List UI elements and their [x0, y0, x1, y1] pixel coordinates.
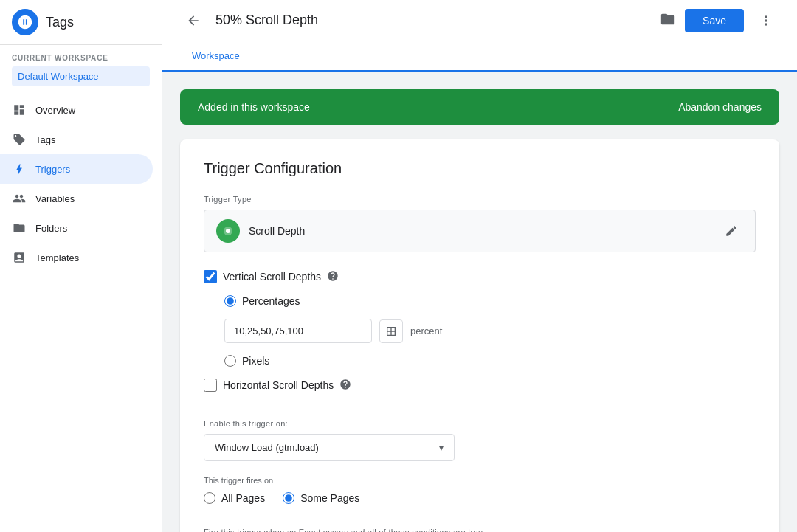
- vertical-scroll-depths-help-icon[interactable]: [327, 270, 340, 283]
- pixels-block: Pixels: [224, 355, 756, 367]
- page-title: 50% Scroll Depth: [215, 13, 651, 28]
- pixels-radio[interactable]: [224, 355, 236, 367]
- back-button[interactable]: [180, 7, 207, 34]
- sidebar: Tags CURRENT WORKSPACE Default Workspace…: [0, 0, 162, 532]
- trigger-type-icon: [216, 219, 240, 243]
- enable-trigger-value: Window Load (gtm.load): [215, 442, 319, 453]
- workspace-name[interactable]: Default Workspace: [12, 66, 150, 86]
- sidebar-item-tags[interactable]: Tags: [0, 125, 153, 154]
- logo-icon: [12, 9, 38, 35]
- some-pages-row: Some Pages: [283, 492, 359, 504]
- trigger-type-label: Trigger Type: [204, 195, 756, 204]
- triggers-icon: [12, 162, 27, 176]
- sidebar-logo: Tags: [0, 0, 162, 45]
- trigger-type-name: Scroll Depth: [249, 225, 720, 237]
- some-pages-label: Some Pages: [300, 492, 359, 504]
- save-button[interactable]: Save: [685, 9, 744, 32]
- sidebar-item-templates[interactable]: Templates: [0, 243, 153, 272]
- enable-trigger-dropdown[interactable]: Window Load (gtm.load) ▾: [204, 434, 455, 461]
- divider: [204, 404, 756, 404]
- sidebar-item-folders-label: Folders: [35, 223, 67, 234]
- main: 50% Scroll Depth Save Workspace Added in…: [162, 0, 797, 532]
- table-picker-button[interactable]: [379, 319, 403, 343]
- variables-icon: [12, 191, 27, 206]
- pixels-row: Pixels: [224, 355, 756, 367]
- config-card: Trigger Configuration Trigger Type Scrol…: [180, 139, 779, 532]
- workspace-section: CURRENT WORKSPACE Default Workspace: [0, 45, 162, 89]
- vertical-scroll-depths-label: Vertical Scroll Depths: [223, 271, 321, 283]
- tab-workspace[interactable]: Workspace: [180, 41, 252, 72]
- percentages-radio[interactable]: [224, 295, 236, 307]
- sidebar-item-overview-label: Overview: [35, 105, 75, 116]
- topbar: 50% Scroll Depth Save: [162, 0, 797, 41]
- pixels-label: Pixels: [242, 355, 269, 367]
- all-pages-radio[interactable]: [204, 492, 215, 504]
- enable-trigger-chevron-icon: ▾: [439, 443, 444, 453]
- horizontal-scroll-depths-help-icon[interactable]: [339, 379, 353, 392]
- sidebar-item-triggers-label: Triggers: [35, 164, 70, 175]
- sidebar-item-tags-label: Tags: [35, 134, 55, 145]
- sidebar-item-folders[interactable]: Folders: [0, 213, 153, 243]
- overview-icon: [12, 103, 27, 117]
- vertical-scroll-depths-checkbox[interactable]: [204, 270, 217, 283]
- fire-when-label: Fire this trigger when an Event occurs a…: [204, 528, 756, 532]
- horizontal-scroll-depths-label: Horizontal Scroll Depths: [223, 379, 334, 391]
- percent-suffix: percent: [410, 325, 442, 336]
- enable-trigger-group: Enable this trigger on: Window Load (gtm…: [204, 419, 756, 461]
- abandon-changes-button[interactable]: Abandon changes: [678, 101, 762, 113]
- trigger-type-row: Scroll Depth: [204, 210, 756, 252]
- folders-icon: [12, 221, 27, 235]
- edit-trigger-type-button[interactable]: [720, 219, 743, 243]
- horizontal-scroll-depths-checkbox[interactable]: [204, 379, 217, 392]
- measurement-type-block: Percentages: [224, 295, 756, 307]
- some-pages-radio[interactable]: [283, 492, 294, 504]
- horizontal-scroll-depths-row: Horizontal Scroll Depths: [204, 379, 756, 392]
- workspace-label: CURRENT WORKSPACE: [12, 54, 150, 62]
- more-options-button[interactable]: [753, 7, 779, 34]
- fires-on-label: This trigger fires on: [204, 476, 756, 485]
- sidebar-item-triggers[interactable]: Triggers: [0, 154, 153, 184]
- content-area: Added in this workspace Abandon changes …: [162, 72, 797, 532]
- sidebar-item-variables-label: Variables: [35, 193, 75, 204]
- percentages-label: Percentages: [242, 295, 300, 307]
- folder-icon[interactable]: [660, 11, 676, 30]
- sidebar-item-templates-label: Templates: [35, 252, 79, 263]
- percentages-row: Percentages: [224, 295, 756, 307]
- svg-point-1: [226, 229, 230, 233]
- sidebar-app-title: Tags: [46, 15, 74, 30]
- vertical-scroll-depths-row: Vertical Scroll Depths: [204, 270, 756, 283]
- percent-values-row: percent: [224, 319, 756, 343]
- banner-text: Added in this workspace: [198, 101, 310, 113]
- all-pages-label: All Pages: [221, 492, 265, 504]
- sidebar-item-variables[interactable]: Variables: [0, 184, 153, 213]
- banner: Added in this workspace Abandon changes: [180, 89, 779, 125]
- tab-bar: Workspace: [162, 41, 797, 72]
- templates-icon: [12, 250, 27, 265]
- tags-icon: [12, 132, 27, 147]
- enable-trigger-label: Enable this trigger on:: [204, 419, 756, 428]
- percent-values-input[interactable]: [224, 319, 372, 343]
- config-title: Trigger Configuration: [204, 160, 756, 177]
- all-pages-row: All Pages: [204, 492, 265, 504]
- sidebar-item-overview[interactable]: Overview: [0, 95, 153, 125]
- fires-on-row: All Pages Some Pages: [204, 492, 756, 513]
- nav-items: Overview Tags Triggers Variables Folders: [0, 95, 162, 532]
